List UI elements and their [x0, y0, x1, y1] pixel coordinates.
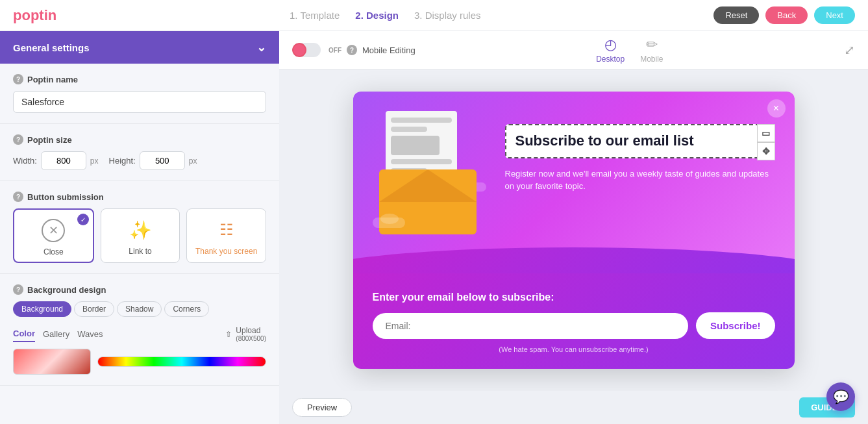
- popup-title-text: Subscribe to our email list: [515, 132, 694, 149]
- popup-title-actions: ▭ ✥: [757, 124, 775, 160]
- back-button[interactable]: Back: [765, 6, 808, 24]
- device-tabs: ◴ Desktop ✏ Mobile: [596, 36, 663, 64]
- bg-tab-border[interactable]: Border: [74, 301, 114, 317]
- btn-option-link[interactable]: ✨ Link to: [101, 208, 180, 263]
- poptin-name-input[interactable]: [13, 91, 266, 113]
- top-nav: poptin 1. Template 2. Design 3. Display …: [0, 0, 868, 31]
- letter-line-3: [391, 159, 452, 164]
- step-design[interactable]: 2. Design: [355, 10, 399, 21]
- color-gradient-picker[interactable]: [13, 349, 91, 375]
- upload-sub: (800X500): [236, 335, 266, 342]
- main-content: General settings ⌄ ? Poptin name ? Popti…: [0, 31, 868, 424]
- letter-line-1: [391, 118, 452, 123]
- height-px: px: [189, 156, 197, 166]
- toggle-label: OFF: [329, 47, 341, 54]
- preview-toolbar: OFF ? Mobile Editing ◴ Desktop ✏ Mobile …: [279, 31, 868, 69]
- width-label: Width:: [13, 156, 37, 166]
- width-input[interactable]: [41, 151, 86, 170]
- panel-title: General settings: [13, 42, 90, 53]
- popup-content-top: Subscribe to our email list ▭ ✥ Register…: [353, 92, 795, 273]
- color-tab-waves[interactable]: Waves: [77, 327, 103, 342]
- cloud-deco-5: [380, 214, 399, 224]
- link-option-icon: ✨: [127, 217, 153, 243]
- panel-header[interactable]: General settings ⌄: [0, 31, 279, 64]
- button-submission-section: ? Button submission ✓ ✕ Close ✨ Link to: [0, 181, 279, 274]
- popup-subtitle: Register now and we'll email you a weekl…: [505, 168, 775, 193]
- logo-text: poptin: [13, 7, 56, 23]
- popup-cta-label: Enter your email below to subscribe:: [373, 292, 775, 303]
- bottom-bar: Preview GUIDES: [279, 391, 868, 424]
- popup-top: ×: [353, 92, 795, 273]
- device-tab-desktop[interactable]: ◴ Desktop: [596, 36, 625, 64]
- expand-icon[interactable]: ⤢: [844, 42, 855, 58]
- copy-title-btn[interactable]: ▭: [757, 124, 775, 142]
- letter-line-2: [391, 127, 427, 132]
- next-button[interactable]: Next: [814, 6, 855, 24]
- logo: poptin: [13, 7, 56, 24]
- preview-area: ×: [279, 69, 868, 391]
- step-template[interactable]: 1. Template: [290, 10, 340, 21]
- bg-tab-background[interactable]: Background: [13, 301, 71, 317]
- steps: 1. Template 2. Design 3. Display rules: [290, 10, 481, 21]
- bg-tab-shadow[interactable]: Shadow: [117, 301, 162, 317]
- right-panel: OFF ? Mobile Editing ◴ Desktop ✏ Mobile …: [279, 31, 868, 424]
- desktop-icon: ◴: [604, 36, 617, 53]
- height-input[interactable]: [140, 151, 185, 170]
- button-options: ✓ ✕ Close ✨ Link to ☷ Thank you: [13, 208, 266, 263]
- height-field: Height: px: [109, 151, 197, 170]
- help-icon-size: ?: [13, 134, 23, 145]
- poptin-size-label: ? Poptin size: [13, 134, 266, 145]
- height-label: Height:: [109, 156, 136, 166]
- color-type-tabs: Color Gallery Waves ⇧ Upload (800X500): [13, 326, 266, 342]
- background-tabs: Background Border Shadow Corners: [13, 301, 266, 317]
- color-hue-slider[interactable]: [97, 356, 266, 367]
- width-field: Width: px: [13, 151, 99, 170]
- size-row: Width: px Height: px: [13, 151, 266, 170]
- popup-illustration: [373, 118, 490, 234]
- link-option-label: Link to: [129, 247, 151, 256]
- popup-title[interactable]: Subscribe to our email list ▭ ✥: [505, 124, 775, 158]
- chevron-down-icon: ⌄: [256, 40, 266, 55]
- color-swatch-row: [13, 349, 266, 375]
- thankyou-option-label: Thank you screen: [195, 247, 257, 256]
- chat-bubble[interactable]: 💬: [826, 382, 855, 411]
- color-tab-gallery[interactable]: Gallery: [43, 327, 69, 342]
- btn-option-thankyou[interactable]: ☷ Thank you screen: [186, 208, 266, 263]
- popup-bottom: Enter your email below to subscribe: Sub…: [353, 273, 795, 369]
- bg-tab-corners[interactable]: Corners: [164, 301, 209, 317]
- btn-option-close[interactable]: ✓ ✕ Close: [13, 208, 94, 263]
- check-badge: ✓: [77, 214, 89, 225]
- letter-box: [391, 136, 440, 155]
- close-option-icon: ✕: [40, 218, 66, 243]
- background-design-section: ? Background design Background Border Sh…: [0, 274, 279, 386]
- popup-spam-note: (We hate spam. You can unsubscribe anyti…: [373, 345, 775, 353]
- upload-label: Upload: [236, 326, 266, 335]
- mobile-editing-toggle[interactable]: [292, 43, 321, 57]
- poptin-name-label: ? Poptin name: [13, 74, 266, 84]
- popup-subscribe-button[interactable]: Subscribe!: [696, 312, 775, 339]
- color-tab-color[interactable]: Color: [13, 326, 35, 342]
- popup-close-button[interactable]: ×: [767, 99, 786, 118]
- mobile-editing-label: Mobile Editing: [362, 45, 415, 55]
- width-px: px: [90, 156, 99, 166]
- chat-icon: 💬: [833, 389, 849, 405]
- popup-email-input[interactable]: [373, 313, 688, 339]
- desktop-label: Desktop: [596, 55, 625, 64]
- mobile-label: Mobile: [640, 55, 663, 64]
- mobile-icon: ✏: [646, 36, 658, 53]
- toggle-thumb: [292, 43, 306, 57]
- help-icon-mobile: ?: [347, 45, 357, 55]
- poptin-size-section: ? Poptin size Width: px Height: px: [0, 124, 279, 181]
- help-icon-bg: ?: [13, 284, 23, 295]
- popup-form: Subscribe!: [373, 312, 775, 339]
- envelope-flap: [379, 169, 477, 202]
- popup-text-area: Subscribe to our email list ▭ ✥ Register…: [505, 118, 775, 193]
- reset-button[interactable]: Reset: [713, 6, 759, 24]
- popup-card: ×: [353, 92, 795, 369]
- mobile-editing-control: OFF ? Mobile Editing: [292, 43, 415, 57]
- step-display[interactable]: 3. Display rules: [414, 10, 481, 21]
- preview-button[interactable]: Preview: [292, 398, 352, 417]
- resize-title-btn[interactable]: ✥: [757, 142, 775, 160]
- device-tab-mobile[interactable]: ✏ Mobile: [640, 36, 663, 64]
- upload-button[interactable]: ⇧ Upload (800X500): [225, 326, 266, 342]
